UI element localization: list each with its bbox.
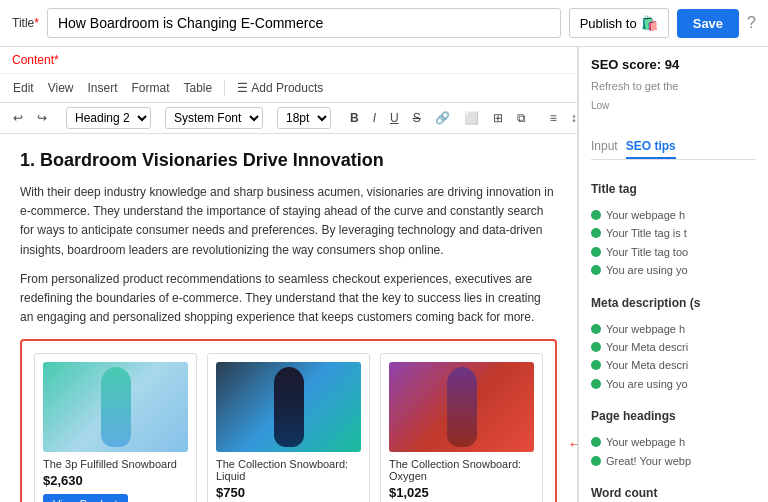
meta-desc-items: Your webpage h Your Meta descri Your Met… [591, 322, 756, 396]
view-product-button-1[interactable]: View Product [43, 494, 128, 502]
product-image-3 [389, 362, 534, 452]
title-tag-items: Your webpage h Your Title tag is t Your … [591, 208, 756, 282]
size-select[interactable]: 18pt [277, 107, 331, 129]
title-label: Title* [12, 16, 39, 30]
table-button[interactable]: ⊞ [488, 108, 508, 128]
product-card-2: The Collection Snowboard: Liquid $750 Vi… [207, 353, 370, 502]
snowboard-2 [274, 367, 304, 447]
product-image-2 [216, 362, 361, 452]
menu-toolbar: Edit View Insert Format Table ☰ Add Prod… [0, 74, 577, 103]
seo-item-text: Your Meta descri [606, 340, 688, 355]
product-name-3: The Collection Snowboard: Oxygen [389, 458, 534, 482]
italic-button[interactable]: I [368, 108, 381, 128]
seo-item-text: Your Meta descri [606, 358, 688, 373]
products-wrapper: The 3p Fulfilled Snowboard $2,630 View P… [20, 339, 557, 502]
shop-icon: 🛍️ [641, 15, 658, 31]
seo-item-text: You are using yo [606, 377, 688, 392]
strikethrough-button[interactable]: S [408, 108, 426, 128]
seo-item: Your webpage h [591, 435, 756, 450]
seo-dot [591, 360, 601, 370]
page-headings-section: Page headings [591, 409, 756, 423]
insert-menu[interactable]: Insert [82, 78, 122, 98]
embed-button[interactable]: ⧉ [512, 108, 531, 128]
paragraph-2: From personalized product recommendation… [20, 270, 557, 328]
seo-dot [591, 437, 601, 447]
seo-item: Your Title tag too [591, 245, 756, 260]
arrow-left-icon: ← [567, 434, 578, 455]
page-headings-items: Your webpage h Great! Your webp [591, 435, 756, 472]
seo-item-text: Your Title tag too [606, 245, 688, 260]
seo-bar-row: Low [591, 100, 756, 111]
seo-subtitle: Refresh to get the [591, 80, 756, 92]
table-menu[interactable]: Table [179, 78, 218, 98]
seo-item: You are using yo [591, 263, 756, 278]
product-card-1: The 3p Fulfilled Snowboard $2,630 View P… [34, 353, 197, 502]
publish-button[interactable]: Publish to 🛍️ [569, 8, 669, 38]
font-select[interactable]: System Font [165, 107, 263, 129]
low-label: Low [591, 100, 609, 111]
products-grid: The 3p Fulfilled Snowboard $2,630 View P… [34, 353, 543, 502]
title-input[interactable] [47, 8, 561, 38]
monetization-annotation: ← Hello,monetization! [567, 422, 578, 468]
seo-tabs: Input SEO tips [591, 135, 756, 160]
tab-seo-tips[interactable]: SEO tips [626, 135, 676, 159]
product-price-3: $1,025 [389, 485, 534, 500]
format-toolbar: ↩ ↪ Heading 2 System Font 18pt B I U S 🔗… [0, 103, 577, 134]
seo-dot [591, 456, 601, 466]
seo-dot [591, 247, 601, 257]
underline-button[interactable]: U [385, 108, 404, 128]
seo-dot [591, 265, 601, 275]
snowboard-3 [447, 367, 477, 447]
seo-score: SEO score: 94 [591, 57, 756, 72]
seo-item: Great! Your webp [591, 454, 756, 469]
undo-button[interactable]: ↩ [8, 108, 28, 128]
seo-item-text: Your webpage h [606, 435, 685, 450]
seo-dot [591, 342, 601, 352]
tab-input[interactable]: Input [591, 135, 618, 159]
seo-item-text: Your Title tag is t [606, 226, 687, 241]
product-name-1: The 3p Fulfilled Snowboard [43, 458, 188, 470]
snowboard-1 [101, 367, 131, 447]
title-tag-section: Title tag [591, 182, 756, 196]
seo-item: Your Meta descri [591, 358, 756, 373]
seo-item-text: Great! Your webp [606, 454, 691, 469]
heading-1: 1. Boardroom Visionaries Drive Innovatio… [20, 150, 557, 171]
seo-item: Your webpage h [591, 322, 756, 337]
seo-dot [591, 324, 601, 334]
seo-item: You are using yo [591, 377, 756, 392]
view-menu[interactable]: View [43, 78, 79, 98]
heading-select[interactable]: Heading 2 [66, 107, 151, 129]
link-button[interactable]: 🔗 [430, 108, 455, 128]
product-image-1 [43, 362, 188, 452]
editor-content[interactable]: 1. Boardroom Visionaries Drive Innovatio… [0, 134, 577, 502]
edit-menu[interactable]: Edit [8, 78, 39, 98]
seo-item: Your webpage h [591, 208, 756, 223]
product-name-2: The Collection Snowboard: Liquid [216, 458, 361, 482]
seo-dot [591, 228, 601, 238]
bold-button[interactable]: B [345, 108, 364, 128]
seo-item: Your Meta descri [591, 340, 756, 355]
toolbar-separator [224, 80, 225, 96]
help-icon[interactable]: ? [747, 14, 756, 32]
seo-dot [591, 210, 601, 220]
product-card-3: The Collection Snowboard: Oxygen $1,025 … [380, 353, 543, 502]
seo-dot [591, 379, 601, 389]
word-count-section: Word count [591, 486, 756, 500]
image-button[interactable]: ⬜ [459, 108, 484, 128]
format-menu[interactable]: Format [127, 78, 175, 98]
seo-sidebar: SEO score: 94 Refresh to get the Low Inp… [578, 47, 768, 502]
seo-item-text: Your webpage h [606, 208, 685, 223]
seo-item-text: Your webpage h [606, 322, 685, 337]
content-area: Content* Edit View Insert Format Table ☰… [0, 47, 768, 502]
seo-item: Your Title tag is t [591, 226, 756, 241]
products-icon: ☰ [237, 81, 248, 95]
content-label: Content* [0, 47, 577, 74]
add-products-button[interactable]: ☰ Add Products [232, 78, 328, 98]
save-button[interactable]: Save [677, 9, 739, 38]
spacing-button[interactable]: ↕ [566, 108, 578, 128]
seo-item-text: You are using yo [606, 263, 688, 278]
paragraph-1: With their deep industry knowledge and s… [20, 183, 557, 260]
align-button[interactable]: ≡ [545, 108, 562, 128]
editor-panel: Content* Edit View Insert Format Table ☰… [0, 47, 578, 502]
redo-button[interactable]: ↪ [32, 108, 52, 128]
